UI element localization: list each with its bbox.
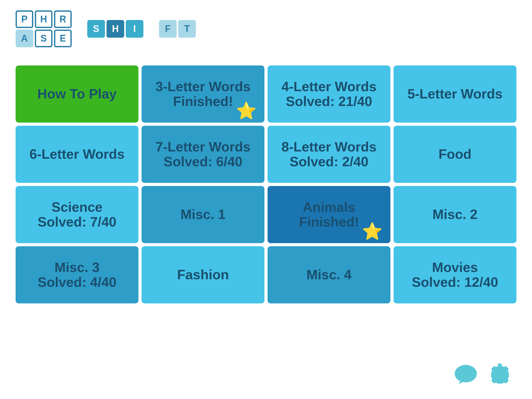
star-icon-animals: ⭐ [362, 223, 383, 240]
menu-cell-food[interactable]: Food [394, 126, 516, 183]
logo-cell-h2: H [107, 20, 124, 38]
menu-cell-misc4[interactable]: Misc. 4 [268, 246, 390, 303]
cell-label-misc3: Misc. 3 [55, 260, 99, 275]
menu-cell-3-letter-words[interactable]: 3-Letter WordsFinished!⭐ [142, 65, 264, 123]
star-icon-3-letter-words: ⭐ [236, 102, 257, 119]
cell-sub-misc3: Solved: 4/40 [38, 275, 116, 290]
chat-icon[interactable] [454, 364, 477, 385]
cell-sub-3-letter-words: Finished! [173, 94, 233, 109]
cell-label-4-letter-words: 4-Letter Words [282, 79, 377, 94]
logo-cell-s1: S [35, 30, 52, 47]
cell-label-animals: Animals [303, 200, 355, 215]
cell-label-8-letter-words: 8-Letter Words [282, 139, 377, 154]
cell-label-misc4: Misc. 4 [307, 267, 351, 282]
menu-grid: How To Play3-Letter WordsFinished!⭐4-Let… [0, 58, 532, 311]
menu-cell-5-letter-words[interactable]: 5-Letter Words [394, 65, 516, 123]
header: P H R A S E S H I F T [0, 0, 532, 52]
menu-cell-misc2[interactable]: Misc. 2 [394, 186, 516, 243]
cell-label-food: Food [438, 147, 471, 162]
svg-point-0 [455, 365, 477, 383]
cell-sub-8-letter-words: Solved: 2/40 [290, 154, 368, 169]
app-logo: P H R A S E [16, 10, 72, 47]
logo-cell-a: A [16, 30, 33, 47]
menu-cell-animals[interactable]: AnimalsFinished!⭐ [268, 186, 390, 243]
menu-cell-fashion[interactable]: Fashion [142, 246, 264, 303]
logo-cell-t: T [178, 20, 196, 38]
logo-cell-i: I [126, 20, 143, 38]
logo-cell-h: H [35, 10, 52, 28]
logo-cell-e: E [54, 30, 72, 47]
cell-sub-7-letter-words: Solved: 6/40 [164, 154, 242, 169]
cell-sub-animals: Finished! [299, 215, 359, 229]
cell-sub-4-letter-words: Solved: 21/40 [286, 94, 372, 109]
logo-cell-f: F [159, 20, 177, 38]
menu-cell-how-to-play[interactable]: How To Play [16, 65, 138, 123]
cell-label-3-letter-words: 3-Letter Words [156, 79, 251, 94]
menu-cell-misc1[interactable]: Misc. 1 [142, 186, 264, 243]
menu-cell-misc3[interactable]: Misc. 3Solved: 4/40 [16, 246, 138, 303]
cell-label-how-to-play: How To Play [37, 87, 117, 101]
logo-cell-p: P [16, 10, 33, 28]
cell-label-movies: Movies [432, 260, 478, 275]
cell-label-misc1: Misc. 1 [181, 207, 225, 222]
cell-label-fashion: Fashion [177, 267, 229, 282]
cell-sub-science: Solved: 7/40 [38, 215, 116, 229]
cell-label-7-letter-words: 7-Letter Words [156, 139, 251, 154]
menu-cell-8-letter-words[interactable]: 8-Letter WordsSolved: 2/40 [268, 126, 390, 183]
cell-label-5-letter-words: 5-Letter Words [408, 87, 503, 101]
menu-cell-7-letter-words[interactable]: 7-Letter WordsSolved: 6/40 [142, 126, 264, 183]
cell-label-misc2: Misc. 2 [433, 207, 477, 222]
menu-cell-movies[interactable]: MoviesSolved: 12/40 [394, 246, 516, 303]
logo-cell-s2: S [87, 20, 105, 38]
menu-cell-4-letter-words[interactable]: 4-Letter WordsSolved: 21/40 [268, 65, 390, 123]
gear-icon[interactable] [488, 363, 511, 386]
cell-label-6-letter-words: 6-Letter Words [30, 147, 125, 162]
bottom-icons [454, 363, 511, 386]
menu-cell-6-letter-words[interactable]: 6-Letter Words [16, 126, 138, 183]
logo-cell-r: R [54, 10, 72, 28]
cell-sub-movies: Solved: 12/40 [412, 275, 498, 290]
menu-cell-science[interactable]: ScienceSolved: 7/40 [16, 186, 138, 243]
cell-label-science: Science [51, 200, 103, 215]
